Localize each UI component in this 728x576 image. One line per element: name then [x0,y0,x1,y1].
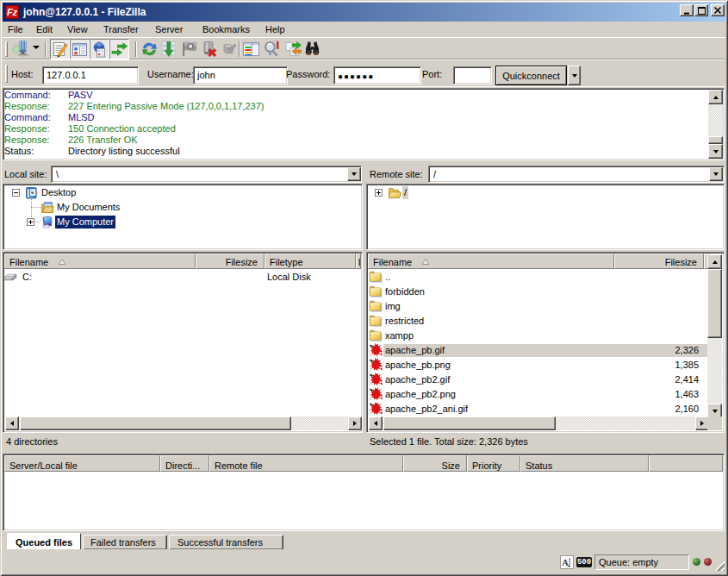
filter-button[interactable] [242,41,259,58]
tree-row-root[interactable]: / [368,185,723,200]
remote-vscroll-thumb[interactable] [707,269,722,338]
remote-vscrollbar[interactable] [707,254,722,418]
scroll-left-button[interactable] [369,416,383,430]
file-row[interactable]: apache_pb.png 1,385 [367,358,707,373]
local-tree[interactable]: Desktop My Documents [3,184,363,250]
remote-site-combo[interactable]: / [428,166,725,183]
quickconnect-button[interactable]: Quickconnect [495,66,567,85]
local-site-combo-arrow[interactable] [347,167,361,181]
tree-row-desktop[interactable]: Desktop [4,185,361,200]
open-folder-icon [388,186,401,200]
scroll-down-button[interactable] [708,144,723,159]
tree-row-my-documents[interactable]: My Documents [4,200,361,215]
menu-file[interactable]: File [8,24,23,34]
disconnect-button[interactable] [201,41,218,58]
titlebar[interactable]: Fz john@127.0.0.1 - FileZilla [3,3,725,22]
menu-bookmarks[interactable]: Bookmarks [202,24,250,34]
column-header-filetype[interactable]: Filetype [264,254,356,269]
menu-edit[interactable]: Edit [36,24,53,34]
file-row[interactable]: apache_pb2.png 1,463 [367,387,707,402]
close-button[interactable] [711,4,725,16]
column-header-server-local-file[interactable]: Server/Local file [4,455,160,472]
file-row[interactable]: apache_pb2.gif 2,414 [367,373,707,387]
scroll-right-button[interactable] [348,416,362,430]
tree-label[interactable]: My Documents [55,201,121,214]
minimize-button[interactable] [680,4,694,16]
file-row[interactable]: .. [367,270,707,285]
tree-label[interactable]: Desktop [40,186,78,199]
collapse-expander[interactable] [12,189,20,197]
remote-hscroll-thumb[interactable] [383,416,556,430]
reconnect-button[interactable] [221,41,238,58]
toggle-remote-tree-button[interactable] [90,39,109,59]
toggle-local-tree-button[interactable] [70,39,90,59]
file-row[interactable]: forbidden [367,285,707,299]
menu-view[interactable]: View [67,24,88,34]
column-header-remote-file[interactable]: Remote file [209,455,403,472]
password-input[interactable]: ●●●●●● [333,66,421,85]
quickconnect-dropdown[interactable] [568,66,581,85]
menu-transfer[interactable]: Transfer [103,24,139,34]
message-log[interactable]: Command: PASV Response: 227 Entering Pas… [3,88,725,160]
local-hscrollbar[interactable] [5,416,362,430]
resize-grip[interactable] [713,560,725,571]
host-input[interactable]: 127.0.0.1 [42,66,139,85]
column-header-direction[interactable]: Directi... [160,455,209,472]
scroll-left-button[interactable] [5,416,19,430]
file-row[interactable]: C: Local Disk [3,270,360,285]
remote-hscrollbar[interactable] [369,416,709,430]
site-manager-dropdown[interactable] [33,46,40,49]
log-scrollbar[interactable] [708,90,723,159]
find-files-button[interactable] [263,41,280,58]
refresh-button[interactable] [140,41,159,58]
process-queue-button[interactable] [160,41,177,58]
remote-site-combo-arrow[interactable] [709,167,723,181]
file-row[interactable]: apache_pb.gif 2,326 [367,343,707,358]
remote-file-list[interactable]: Filename Filesize [366,252,725,433]
column-header-priority[interactable]: Priority [467,455,520,472]
tab-failed-transfers[interactable]: Failed transfers [83,535,167,549]
binoculars-icon [303,41,321,58]
file-row[interactable]: restricted [367,314,707,329]
column-header-filename[interactable]: Filename [368,254,614,269]
remote-list-header: Filename Filesize [368,254,709,269]
scroll-up-button[interactable] [707,254,722,269]
local-site-combo[interactable]: \ [51,166,362,183]
toggle-transfer-queue-button[interactable] [109,39,129,59]
cancel-button[interactable] [181,41,198,58]
column-header-filesize[interactable]: Filesize [196,254,264,269]
scroll-up-button[interactable] [708,90,723,104]
menu-server[interactable]: Server [155,24,183,34]
file-row[interactable]: apache_pb2_ani.gif 2,160 [367,402,707,416]
column-header-filesize[interactable]: Filesize [614,254,704,269]
port-input[interactable] [453,66,492,85]
tree-label[interactable]: My Computer [55,216,115,229]
desktop-icon [25,186,39,200]
toggle-message-log-button[interactable] [50,39,70,59]
toolbar-gripper[interactable] [5,41,8,57]
expand-expander[interactable] [27,218,34,226]
column-header-size[interactable]: Size [403,455,467,472]
maximize-button[interactable] [694,4,708,16]
file-row[interactable]: xampp [367,329,707,343]
tab-queued-files[interactable]: Queued files [7,533,81,549]
tree-label[interactable]: / [402,186,408,199]
directory-comparison-button[interactable] [283,41,301,58]
remote-tree[interactable]: / [366,184,725,250]
local-file-list[interactable]: Filename Filesize Filetype L C: Local Di… [3,252,363,433]
file-row[interactable]: img [367,299,707,314]
tree-row-my-computer[interactable]: My Computer [4,215,361,229]
transfer-queue[interactable]: Server/Local file Directi... Remote file… [3,454,725,531]
column-header-lastmodified[interactable]: L [356,254,361,269]
column-header-filename[interactable]: Filename [4,254,196,269]
log-scroll-thumb[interactable] [708,136,723,144]
quickbar-gripper[interactable] [5,65,8,83]
expand-expander[interactable] [375,189,383,197]
synchronized-browsing-button[interactable] [303,41,320,58]
site-manager-button[interactable] [11,41,32,58]
column-header-status[interactable]: Status [520,455,649,472]
menu-help[interactable]: Help [265,24,285,34]
tab-successful-transfers[interactable]: Successful transfers [169,535,283,549]
username-input[interactable]: john [193,66,288,85]
local-hscroll-thumb[interactable] [20,416,291,430]
